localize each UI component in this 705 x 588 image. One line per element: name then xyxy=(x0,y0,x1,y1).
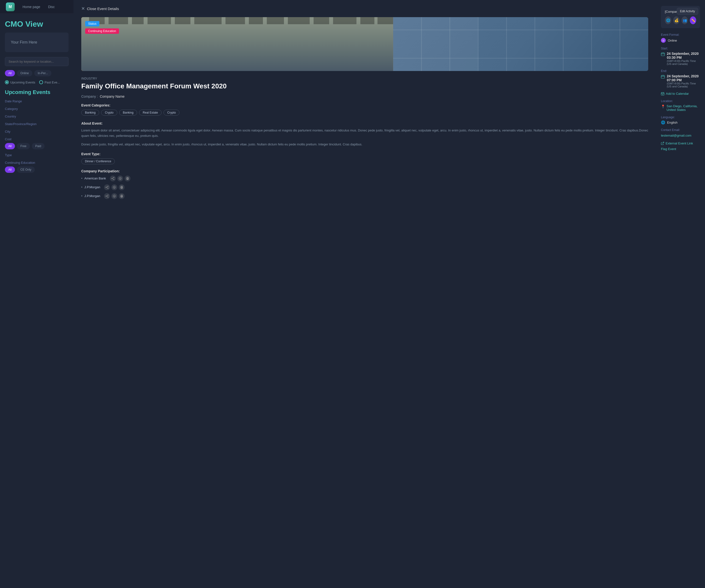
svg-rect-4 xyxy=(132,17,144,24)
category-tag-0[interactable]: Banking xyxy=(81,110,99,116)
app-logo[interactable]: M xyxy=(6,2,15,11)
about-text-2: Donec pede justo, fringilla vel, aliquet… xyxy=(81,142,648,147)
svg-rect-7 xyxy=(194,17,222,24)
language-value: English xyxy=(667,121,677,124)
svg-point-37 xyxy=(113,177,114,178)
participant-name-1: J.P.Morgan xyxy=(85,185,100,189)
participant-icon-money-1[interactable]: $ xyxy=(111,184,117,190)
industry-label: Industry xyxy=(81,77,648,80)
ce-badge: Continuing Education xyxy=(85,29,119,34)
svg-point-58 xyxy=(108,196,108,197)
event-detail-main: ✕ Close Event Details Status Continuing … xyxy=(74,0,656,588)
participant-icon-print[interactable] xyxy=(125,176,131,181)
location-label: Location: xyxy=(661,99,700,103)
svg-rect-6 xyxy=(175,17,190,24)
location-pin-icon: 📍 xyxy=(661,104,665,108)
start-date-row: 24 September, 2020 03:30 PM (GMT-8:00) P… xyxy=(661,52,700,65)
svg-rect-11 xyxy=(288,17,310,24)
svg-rect-10 xyxy=(267,17,284,24)
svg-rect-3 xyxy=(108,17,128,24)
nav-home[interactable]: Home page xyxy=(22,5,40,9)
svg-rect-8 xyxy=(226,17,245,24)
category-tag-4[interactable]: Crypto xyxy=(163,110,179,116)
company-row: Company : Company Name xyxy=(81,94,648,98)
cost-all-button[interactable]: All xyxy=(5,143,15,149)
participant-icon-share-2[interactable] xyxy=(104,193,110,199)
svg-text:$: $ xyxy=(114,186,115,188)
svg-point-48 xyxy=(108,188,108,188)
company-card-icons: 🌐 💰 👥 ✏️ xyxy=(665,16,696,24)
nav-disc[interactable]: Disc xyxy=(48,5,55,9)
date-range-filter: Date Range xyxy=(5,99,68,103)
svg-rect-5 xyxy=(148,17,171,24)
ce-all-button[interactable]: All xyxy=(5,167,15,173)
participant-icon-money-2[interactable]: $ xyxy=(111,193,117,199)
svg-line-80 xyxy=(662,142,664,143)
event-image-right xyxy=(393,17,648,71)
left-sidebar: CMO View Your Firm Here All Online In-Pe… xyxy=(0,14,74,588)
svg-rect-65 xyxy=(121,196,123,197)
svg-rect-35 xyxy=(393,17,478,71)
location-value[interactable]: San Diego, California, United States xyxy=(667,104,700,111)
category-tag-2[interactable]: Banking xyxy=(119,110,137,116)
category-label: Category xyxy=(5,107,68,110)
filter-inperson-button[interactable]: In-Per... xyxy=(34,70,51,76)
about-section: About Event: Lorem ipsum dolor sit amet,… xyxy=(81,122,648,147)
svg-rect-55 xyxy=(121,187,123,188)
svg-rect-12 xyxy=(314,17,329,24)
flag-event-label: Flag Event xyxy=(661,147,676,151)
participant-icons-2: $ xyxy=(104,193,125,199)
flag-event-button[interactable]: Flag Event xyxy=(661,147,700,151)
card-icon-globe[interactable]: 🌐 xyxy=(665,16,671,24)
ce-only-button[interactable]: CE Only xyxy=(17,167,35,173)
format-value: Online xyxy=(668,39,677,42)
card-icon-edit[interactable]: ✏️ xyxy=(690,16,696,24)
card-icon-dollar[interactable]: 💰 xyxy=(673,16,679,24)
format-label: Event Format: xyxy=(661,33,700,37)
company-value: Company Name xyxy=(100,94,125,98)
firm-placeholder: Your Firm Here xyxy=(11,40,37,45)
filter-online-button[interactable]: Online xyxy=(17,70,32,76)
add-calendar-button[interactable]: Add to Calendar xyxy=(661,92,700,95)
cost-filter: Cost All Free Paid xyxy=(5,137,68,149)
start-date-text: 24 September, 2020 03:30 PM (GMT-8:00) P… xyxy=(667,52,700,65)
event-type-tag: Dinner / Conference xyxy=(81,159,115,164)
participant-icon-money[interactable]: $ xyxy=(117,176,123,181)
svg-rect-44 xyxy=(127,177,128,178)
participant-icon-share[interactable] xyxy=(110,176,116,181)
external-link-button[interactable]: External Event Link xyxy=(661,141,700,145)
state-filter: State/Province/Region xyxy=(5,122,68,126)
participant-icon-print-2[interactable] xyxy=(119,193,125,199)
edit-tooltip: Edit Activity xyxy=(677,8,698,15)
online-icon: ◎ xyxy=(661,38,666,43)
state-label: State/Province/Region xyxy=(5,122,68,126)
cost-paid-button[interactable]: Paid xyxy=(32,143,45,149)
participant-icon-print-1[interactable] xyxy=(119,184,125,190)
format-filter-group: All Online In-Per... xyxy=(5,70,68,76)
search-input[interactable] xyxy=(5,57,68,66)
participant-name-0: American Bank xyxy=(85,177,106,180)
sidebar-title: CMO View xyxy=(5,19,68,29)
upcoming-events-radio[interactable]: Upcoming Events xyxy=(5,80,35,84)
cost-free-button[interactable]: Free xyxy=(17,143,30,149)
language-section: Language: 🌐 English xyxy=(661,116,700,124)
card-icon-people[interactable]: 👥 xyxy=(682,16,688,24)
close-event-button[interactable]: ✕ Close Event Details xyxy=(81,6,648,11)
svg-rect-9 xyxy=(249,17,263,24)
event-type-label: Event Type: xyxy=(81,152,648,156)
type-label: Type xyxy=(5,153,68,157)
past-events-radio[interactable]: Past Eve... xyxy=(39,80,60,84)
category-tag-1[interactable]: Crypto xyxy=(101,110,117,116)
language-row: 🌐 English xyxy=(661,121,700,124)
close-x-icon: ✕ xyxy=(81,6,85,11)
category-tag-3[interactable]: Real Estate xyxy=(139,110,161,116)
svg-line-50 xyxy=(106,187,108,188)
participant-icon-share-1[interactable] xyxy=(104,184,110,190)
filter-all-button[interactable]: All xyxy=(5,70,15,76)
svg-rect-45 xyxy=(127,179,128,180)
event-detail-right-sidebar: [Company Name] 🌐 💰 👥 ✏️ Edit Activity Ev… xyxy=(656,0,705,588)
contact-email[interactable]: testemail@gmail.com xyxy=(661,134,691,137)
svg-line-49 xyxy=(106,186,108,187)
start-label: Start: xyxy=(661,47,700,50)
event-title: Family Office Management Forum West 2020 xyxy=(81,82,648,91)
